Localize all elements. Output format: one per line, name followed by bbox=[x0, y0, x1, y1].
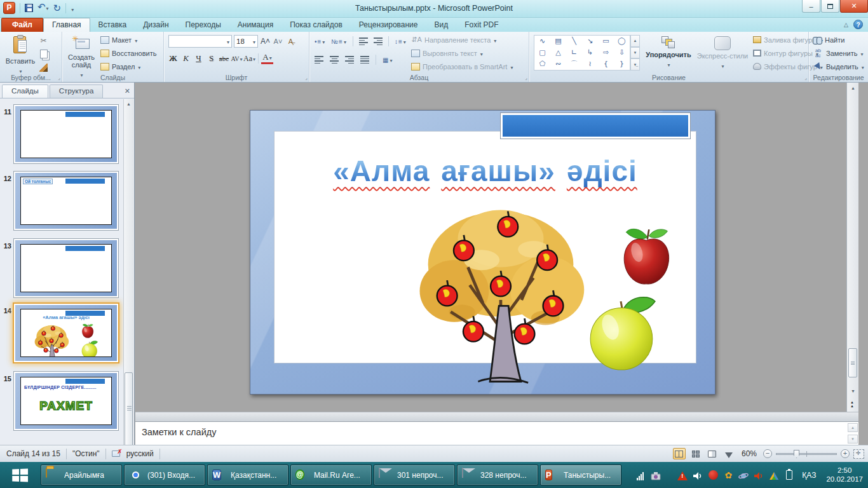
change-case-button[interactable]: Aa bbox=[243, 54, 255, 64]
taskbar-mailru-button[interactable]: @ Mail.Ru Аге... bbox=[290, 464, 372, 485]
restore-button[interactable] bbox=[821, 0, 839, 13]
shape-icon[interactable]: ↘ bbox=[587, 37, 593, 45]
tab-insert[interactable]: Вставка bbox=[90, 18, 135, 32]
shrink-font-icon[interactable]: A˅ bbox=[273, 36, 283, 46]
convert-smartart-button[interactable]: Преобразовать в SmartArt bbox=[411, 60, 513, 73]
shape-icon[interactable]: { bbox=[604, 60, 608, 68]
planet-app-icon[interactable] bbox=[738, 470, 749, 480]
panel-scrollbar[interactable]: ▲ bbox=[123, 99, 133, 445]
shape-icon[interactable]: ∿ bbox=[539, 37, 545, 45]
shape-icon[interactable]: ▤ bbox=[555, 37, 561, 45]
slide-accent-bar[interactable] bbox=[501, 113, 690, 139]
taskbar-powerpoint-button-active[interactable]: P Таныстыры... bbox=[540, 464, 621, 485]
battery-icon[interactable] bbox=[784, 470, 794, 480]
shape-icon[interactable]: △ bbox=[555, 49, 560, 57]
decrease-indent-icon[interactable] bbox=[359, 36, 368, 46]
shape-icon[interactable]: ╲ bbox=[572, 37, 576, 45]
scroll-up-icon[interactable]: ▲ bbox=[848, 423, 858, 432]
tab-home[interactable]: Главная bbox=[43, 18, 90, 32]
taskbar-chrome-button[interactable]: (301) Входя... bbox=[124, 464, 205, 485]
cut-icon[interactable]: ✂ bbox=[38, 36, 49, 46]
quick-styles-button[interactable]: Экспресс-стили bbox=[693, 33, 752, 71]
section-button[interactable]: Раздел bbox=[100, 60, 156, 73]
dialog-launcher-icon[interactable] bbox=[305, 75, 308, 81]
panel-scrollbar-thumb[interactable] bbox=[125, 372, 133, 449]
justify-icon[interactable] bbox=[360, 55, 369, 65]
character-spacing-button[interactable]: AV bbox=[231, 55, 243, 62]
driverpack-icon[interactable] bbox=[769, 470, 779, 480]
select-button[interactable]: Выделить bbox=[813, 60, 864, 73]
text-direction-button[interactable]: ⇵AНаправление текста bbox=[411, 33, 513, 46]
numbering-icon[interactable]: №≡ bbox=[331, 38, 347, 45]
align-text-button[interactable]: Выровнять текст bbox=[411, 46, 513, 60]
close-button[interactable]: ✕ bbox=[840, 0, 868, 13]
scroll-down-icon[interactable]: ▼ bbox=[848, 435, 858, 444]
reading-view-button[interactable] bbox=[706, 448, 719, 459]
hidden-icons-area[interactable] bbox=[666, 470, 672, 480]
taskbar-mail-301-button[interactable]: 301 непроч... bbox=[374, 464, 455, 485]
close-panel-icon[interactable]: ✕ bbox=[125, 87, 130, 95]
font-name-combobox[interactable] bbox=[168, 35, 232, 48]
shape-icon[interactable]: ∾ bbox=[555, 60, 561, 68]
language-indicator[interactable]: русский bbox=[126, 449, 154, 458]
green-apple-image[interactable] bbox=[586, 283, 658, 376]
italic-button[interactable]: К bbox=[180, 53, 192, 64]
zoom-in-icon[interactable]: + bbox=[841, 449, 850, 458]
spellcheck-icon[interactable]: ✗ bbox=[112, 449, 123, 458]
slideshow-view-button[interactable] bbox=[722, 448, 735, 459]
normal-view-button[interactable] bbox=[673, 448, 686, 459]
shape-icon[interactable]: ⬠ bbox=[539, 60, 546, 68]
slide-thumbnail-11[interactable] bbox=[14, 105, 118, 163]
slide-editing-area[interactable]: «Алмаағашы»әдісі bbox=[135, 83, 846, 412]
tab-outline[interactable]: Структура bbox=[50, 85, 104, 98]
font-size-combobox[interactable]: 18 bbox=[234, 35, 258, 48]
slide-thumbnail-14-selected[interactable]: «Алма ағашы» әдісі bbox=[14, 304, 118, 362]
slide-14[interactable]: «Алмаағашы»әдісі bbox=[250, 110, 715, 395]
clear-formatting-icon[interactable]: A̶͙ bbox=[285, 36, 296, 46]
red-speaker-icon[interactable] bbox=[754, 470, 764, 480]
notes-placeholder[interactable]: Заметки к слайду bbox=[135, 422, 858, 437]
scroll-up-icon[interactable]: ▲ bbox=[124, 99, 133, 109]
vertical-scrollbar[interactable]: ▲ ▼ ▲▲ ▼▼ bbox=[846, 83, 858, 422]
shape-icon[interactable]: ⌒ bbox=[571, 60, 578, 68]
help-icon[interactable]: ? bbox=[853, 20, 863, 29]
shape-icon[interactable]: ⇩ bbox=[619, 49, 625, 57]
strikethrough-button[interactable]: abc bbox=[218, 55, 230, 62]
replace-button[interactable]: abacЗаменить bbox=[813, 46, 864, 60]
zoom-slider-thumb[interactable] bbox=[794, 450, 799, 458]
align-center-icon[interactable] bbox=[330, 55, 339, 65]
antivirus-icon[interactable] bbox=[708, 470, 718, 480]
font-color-button[interactable]: A bbox=[261, 53, 273, 64]
align-right-icon[interactable] bbox=[345, 55, 354, 65]
flower-app-icon[interactable]: ✿ bbox=[723, 470, 733, 480]
taskbar-word-button[interactable]: W Қазақстанн... bbox=[207, 464, 288, 485]
tab-view[interactable]: Вид bbox=[426, 18, 457, 32]
tab-file[interactable]: Файл bbox=[1, 18, 43, 32]
copy-icon[interactable] bbox=[38, 49, 49, 59]
shapes-more-icon[interactable]: ▼̲ bbox=[630, 58, 640, 71]
shape-icon[interactable]: ⇨ bbox=[603, 49, 609, 57]
network-signal-icon[interactable] bbox=[635, 470, 646, 480]
start-button[interactable] bbox=[0, 462, 39, 488]
shape-icon[interactable]: } bbox=[620, 60, 624, 68]
shape-icon[interactable]: ↳ bbox=[587, 49, 593, 57]
layout-button[interactable]: Макет bbox=[100, 33, 156, 46]
shape-icon[interactable]: ▭ bbox=[602, 37, 609, 45]
theme-name[interactable]: "Остин" bbox=[72, 449, 100, 458]
increase-indent-icon[interactable] bbox=[374, 36, 383, 46]
dialog-launcher-icon[interactable] bbox=[804, 75, 807, 81]
columns-icon[interactable]: ▦ bbox=[383, 57, 393, 64]
shape-icon[interactable]: ∟ bbox=[571, 49, 577, 57]
reset-button[interactable]: Восстановить bbox=[100, 46, 156, 60]
fit-slide-to-window-icon[interactable] bbox=[853, 449, 864, 459]
tab-animations[interactable]: Анимация bbox=[229, 18, 281, 32]
shapes-scroll-up-icon[interactable]: ▲ bbox=[630, 35, 640, 47]
scroll-up-icon[interactable]: ▲ bbox=[848, 83, 858, 93]
tab-transitions[interactable]: Переходы bbox=[177, 18, 229, 32]
text-shadow-button[interactable]: S bbox=[205, 53, 217, 64]
tab-slides-thumbnails[interactable]: Слайды bbox=[2, 85, 48, 98]
shape-icon[interactable]: ≀ bbox=[588, 60, 591, 68]
zoom-slider[interactable] bbox=[776, 449, 837, 458]
camera-utility-icon[interactable] bbox=[651, 470, 661, 480]
zoom-level[interactable]: 60% bbox=[742, 449, 757, 458]
